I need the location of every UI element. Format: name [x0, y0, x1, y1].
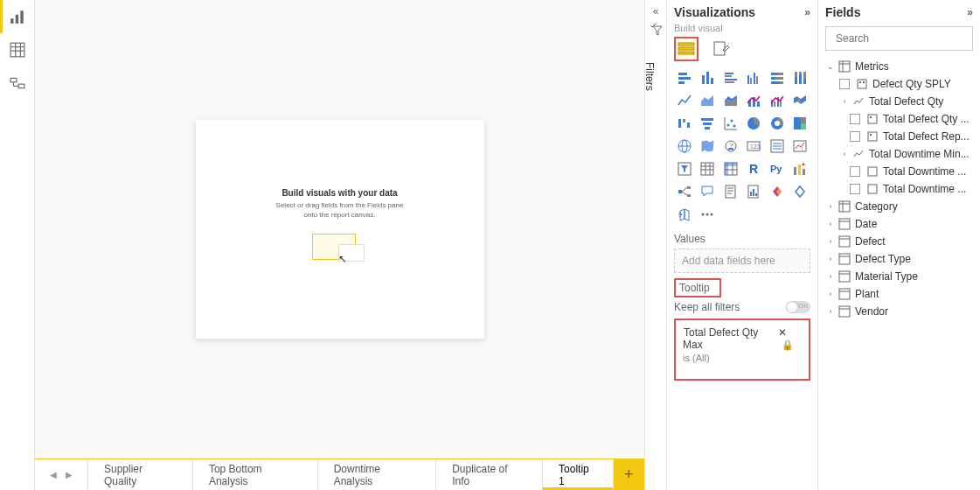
- build-visual-tab[interactable]: [674, 37, 699, 61]
- table-defect-type[interactable]: ›Defect Type: [825, 250, 973, 268]
- card-icon[interactable]: 123: [744, 136, 765, 156]
- matrix-icon[interactable]: [720, 159, 741, 178]
- fields-search-box[interactable]: [825, 26, 973, 51]
- table-vendor[interactable]: ›Vendor: [825, 303, 973, 320]
- table-material-type[interactable]: ›Material Type: [825, 268, 973, 285]
- report-canvas[interactable]: Build visuals with your data Select or d…: [35, 0, 644, 458]
- visual-gallery: 123 ! R Py: [674, 68, 810, 224]
- hundred-stacked-bar-icon[interactable]: [767, 68, 788, 88]
- multi-row-card-icon[interactable]: [767, 136, 788, 156]
- add-page-button[interactable]: +: [614, 459, 644, 490]
- power-apps-icon[interactable]: [767, 182, 788, 201]
- power-automate-icon[interactable]: [790, 182, 811, 201]
- svg-rect-44: [757, 102, 760, 107]
- tab-duplicate-info[interactable]: Duplicate of Info: [436, 459, 543, 490]
- qa-visual-icon[interactable]: [698, 182, 719, 201]
- field-checkbox[interactable]: [839, 79, 850, 89]
- format-visual-tab[interactable]: [709, 37, 733, 61]
- tab-top-bottom[interactable]: Top Bottom Analysis: [193, 459, 318, 490]
- line-stacked-column-icon[interactable]: [744, 91, 765, 110]
- field-total-defect-qty-child[interactable]: Total Defect Qty ...: [825, 110, 973, 128]
- donut-chart-icon[interactable]: [767, 114, 788, 133]
- hundred-stacked-column-icon[interactable]: [790, 68, 811, 88]
- funnel-chart-icon[interactable]: [698, 114, 719, 133]
- expand-filters-icon[interactable]: «: [653, 5, 659, 18]
- paginated-report-icon[interactable]: [744, 182, 765, 201]
- tab-downtime[interactable]: Downtime Analysis: [318, 459, 437, 490]
- waterfall-chart-icon[interactable]: [674, 114, 695, 133]
- tooltip-filter-card[interactable]: Total Defect Qty Max ✕🔒 is (All): [674, 318, 810, 381]
- table-icon[interactable]: [698, 159, 719, 178]
- slicer-icon[interactable]: [674, 159, 695, 178]
- field-checkbox[interactable]: [850, 166, 860, 177]
- r-visual-icon[interactable]: R: [744, 159, 765, 178]
- kpi-icon[interactable]: !: [790, 136, 811, 156]
- smart-narrative-icon[interactable]: [720, 182, 741, 201]
- measure-icon: [855, 79, 869, 89]
- scatter-chart-icon[interactable]: [720, 114, 741, 133]
- clustered-bar-chart-icon[interactable]: [720, 68, 741, 88]
- field-total-defect-rep[interactable]: Total Defect Rep...: [825, 128, 973, 145]
- field-checkbox[interactable]: [850, 131, 860, 142]
- svg-rect-12: [678, 43, 694, 46]
- table-category[interactable]: ›Category: [825, 198, 973, 215]
- filled-map-icon[interactable]: [698, 136, 719, 156]
- svg-rect-46: [774, 102, 775, 107]
- tab-tooltip-1[interactable]: Tooltip 1: [543, 459, 614, 490]
- svg-point-108: [702, 214, 705, 216]
- svg-rect-107: [755, 193, 757, 196]
- azure-map-icon[interactable]: [674, 205, 695, 224]
- svg-rect-24: [725, 79, 737, 80]
- field-total-downtime-min[interactable]: ›Total Downtime Min...: [825, 145, 973, 163]
- table-plant[interactable]: ›Plant: [825, 285, 973, 303]
- python-visual-icon[interactable]: Py: [767, 159, 788, 178]
- measure-icon: [865, 131, 879, 142]
- model-view-button[interactable]: [0, 66, 34, 100]
- area-chart-icon[interactable]: [698, 91, 719, 110]
- field-total-defect-qty[interactable]: ›Total Defect Qty: [825, 93, 973, 110]
- report-view-button[interactable]: [0, 0, 34, 33]
- stacked-column-chart-icon[interactable]: [698, 68, 719, 88]
- stacked-bar-chart-icon[interactable]: [674, 68, 695, 88]
- table-icon: [838, 253, 851, 265]
- tab-prev-button[interactable]: ◀: [50, 470, 57, 480]
- key-influencers-icon[interactable]: [790, 159, 811, 178]
- remove-filter-icon[interactable]: ✕: [778, 326, 787, 339]
- data-view-button[interactable]: [0, 33, 34, 66]
- table-defect[interactable]: ›Defect: [825, 233, 973, 250]
- filters-pane-collapsed[interactable]: « Filters: [644, 0, 667, 490]
- svg-rect-25: [725, 81, 734, 83]
- field-checkbox[interactable]: [850, 184, 860, 194]
- svg-rect-123: [868, 167, 877, 176]
- fields-search-input[interactable]: [836, 32, 967, 45]
- clustered-column-chart-icon[interactable]: [744, 68, 765, 88]
- shape-map-icon[interactable]: [720, 136, 741, 156]
- map-icon[interactable]: [674, 136, 695, 156]
- table-metrics[interactable]: ⌄Metrics: [825, 58, 973, 75]
- canvas-page[interactable]: Build visuals with your data Select or d…: [196, 120, 484, 339]
- values-field-well[interactable]: Add data fields here: [674, 248, 810, 273]
- tab-supplier-quality[interactable]: Supplier Quality: [88, 459, 193, 490]
- treemap-icon[interactable]: [790, 114, 811, 133]
- line-clustered-column-icon[interactable]: [767, 91, 788, 110]
- collapse-visualizations-icon[interactable]: »: [804, 6, 810, 18]
- stacked-area-chart-icon[interactable]: [720, 91, 741, 110]
- keep-all-filters-toggle[interactable]: On: [786, 301, 810, 313]
- pie-chart-icon[interactable]: [744, 114, 765, 133]
- filter-icon: [649, 23, 663, 39]
- field-checkbox[interactable]: [850, 114, 860, 124]
- field-defect-qty-sply[interactable]: Defect Qty SPLY: [825, 75, 973, 93]
- more-visuals-icon[interactable]: [698, 205, 719, 224]
- lock-icon[interactable]: 🔒: [782, 340, 794, 350]
- ribbon-chart-icon[interactable]: [790, 91, 811, 110]
- field-total-downtime-1[interactable]: Total Downtime ...: [825, 163, 973, 180]
- svg-rect-49: [678, 119, 681, 128]
- tab-next-button[interactable]: ▶: [66, 470, 73, 480]
- svg-rect-124: [868, 185, 877, 193]
- table-date[interactable]: ›Date: [825, 215, 973, 233]
- field-total-downtime-2[interactable]: Total Downtime ...: [825, 180, 973, 198]
- line-chart-icon[interactable]: [674, 91, 695, 110]
- decomposition-tree-icon[interactable]: [674, 182, 695, 201]
- collapse-fields-icon[interactable]: »: [967, 6, 973, 18]
- svg-point-58: [730, 120, 733, 122]
